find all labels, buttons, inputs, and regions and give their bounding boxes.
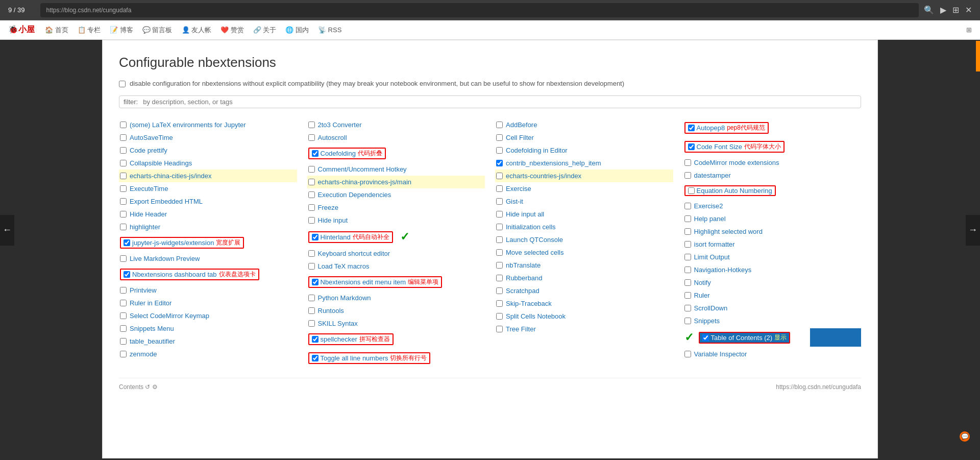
- ext-code-font-size[interactable]: Code Font Size 代码字体大小: [683, 138, 862, 155]
- ext-2to3[interactable]: 2to3 Converter: [307, 118, 485, 131]
- toc2-highlight: Table of Contents (2) 显示: [699, 332, 791, 344]
- ext-printview[interactable]: Printview: [119, 284, 297, 297]
- ext-cell-filter[interactable]: Cell Filter: [495, 131, 673, 144]
- ext-init-cells[interactable]: Initialization cells: [495, 221, 673, 233]
- ext-move-cells[interactable]: Move selected cells: [495, 246, 673, 259]
- ext-hide-header[interactable]: Hide Header: [119, 208, 297, 221]
- ext-hide-input[interactable]: Hide input: [307, 214, 485, 227]
- ext-echarts-countries[interactable]: echarts-countries-js/index: [495, 170, 673, 182]
- ext-notify[interactable]: Notify: [683, 276, 862, 289]
- ext-exercise2[interactable]: Exercise2: [683, 200, 862, 212]
- toc2-checkmark: ✓: [684, 331, 694, 344]
- ext-comment-hotkey[interactable]: Comment/Uncomment Hotkey: [307, 163, 485, 176]
- ext-nbtranslate[interactable]: nbTranslate: [495, 259, 673, 272]
- code-font-size-highlight: Code Font Size 代码字体大小: [684, 141, 785, 153]
- ext-code-prettify[interactable]: Code prettify: [119, 144, 297, 157]
- url-bar[interactable]: https://blog.csdn.net/cungudafa: [40, 3, 919, 17]
- filter-row[interactable]: filter:: [119, 95, 861, 108]
- contents-label[interactable]: Contents ↺ ⚙: [119, 383, 158, 391]
- top-nav-icon1[interactable]: ⊞: [966, 26, 972, 34]
- ext-addbefore[interactable]: AddBefore: [495, 118, 673, 131]
- ext-exercise[interactable]: Exercise: [495, 182, 673, 195]
- ext-echarts-cities[interactable]: echarts-china-cities-js/index: [119, 170, 297, 182]
- ext-runtools[interactable]: Runtools: [307, 304, 485, 317]
- ext-toc2[interactable]: ✓ Table of Contents (2) 显示: [683, 328, 862, 347]
- ext-echarts-provinces[interactable]: echarts-china-provinces-js/main: [307, 176, 485, 188]
- filter-input[interactable]: [143, 98, 856, 106]
- hinterland-suffix: 代码自动补全: [353, 233, 389, 241]
- ext-export-html[interactable]: Export Embedded HTML: [119, 195, 297, 208]
- ext-python-markdown[interactable]: Python Markdown: [307, 292, 485, 304]
- ext-variable-inspector[interactable]: Variable Inspector: [683, 348, 862, 360]
- url-text: https://blog.csdn.net/cungudafa: [46, 7, 132, 14]
- nav-domestic[interactable]: 🌐 国内: [285, 26, 309, 35]
- ext-limit-output[interactable]: Limit Output: [683, 251, 862, 263]
- ext-live-markdown[interactable]: Live Markdown Preview: [119, 252, 297, 265]
- ext-skill-syntax[interactable]: SKILL Syntax: [307, 317, 485, 330]
- ext-tree-filter[interactable]: Tree Filter: [495, 323, 673, 335]
- ext-highlight-word[interactable]: Highlight selected word: [683, 225, 862, 238]
- nav-about[interactable]: 🔗 关于: [253, 26, 277, 35]
- ext-codefolding-editor[interactable]: Codefolding in Editor: [495, 144, 673, 157]
- grid-icon[interactable]: ⊞: [952, 5, 959, 15]
- ext-spellchecker[interactable]: spellchecker 拼写检查器: [307, 331, 485, 348]
- ext-scrolldown[interactable]: ScrollDown: [683, 302, 862, 314]
- ext-snippets-menu[interactable]: Snippets Menu: [119, 322, 297, 335]
- ext-split-cells[interactable]: Split Cells Notebook: [495, 310, 673, 323]
- ext-rubberband[interactable]: Rubberband: [495, 272, 673, 284]
- ext-jupyter-widgets[interactable]: jupyter-js-widgets/extension 宽度扩展: [119, 234, 297, 251]
- ext-freeze[interactable]: Freeze: [307, 201, 485, 214]
- ext-isort[interactable]: isort formatter: [683, 238, 862, 251]
- ext-some-latex[interactable]: (some) LaTeX environments for Jupyter: [119, 118, 297, 131]
- ext-select-codemirror[interactable]: Select CodeMirror Keymap: [119, 309, 297, 322]
- col3: AddBefore Cell Filter Codefolding in Edi…: [495, 118, 673, 368]
- nav-home[interactable]: 🏠 首页: [45, 26, 68, 35]
- ext-nav-hotkeys[interactable]: Navigation-Hotkeys: [683, 263, 862, 276]
- ext-codemirror-mode[interactable]: CodeMirror mode extensions: [683, 156, 862, 169]
- search-icon[interactable]: 🔍: [924, 5, 934, 15]
- ext-ruler[interactable]: Ruler: [683, 289, 862, 302]
- ext-launch-qtconsole[interactable]: Launch QTConsole: [495, 233, 673, 246]
- status-dot[interactable]: 💬: [960, 431, 970, 442]
- ext-help-panel[interactable]: Help panel: [683, 212, 862, 225]
- nbext-dashboard-highlight: Nbextensions dashboard tab 仪表盘选项卡: [120, 269, 259, 280]
- ext-autopep8[interactable]: Autopep8 pep8代码规范: [683, 119, 862, 136]
- ext-highlighter[interactable]: highlighter: [119, 221, 297, 233]
- nav-blog[interactable]: 📝 博客: [110, 26, 133, 35]
- ext-collapsible-headings[interactable]: Collapsible Headings: [119, 157, 297, 170]
- next-arrow[interactable]: →: [966, 215, 980, 246]
- nav-column[interactable]: 📋 专栏: [78, 26, 101, 35]
- ext-codefolding[interactable]: Codefolding 代码折叠: [307, 145, 485, 162]
- ext-datestamper[interactable]: datestamper: [683, 169, 862, 182]
- ext-toggle-line-numbers[interactable]: Toggle all line numbers 切换所有行号: [307, 350, 485, 367]
- toggle-line-numbers-suffix: 切换所有行号: [390, 354, 427, 362]
- ext-exec-deps[interactable]: Execution Dependencies: [307, 188, 485, 201]
- ext-executetime[interactable]: ExecuteTime: [119, 182, 297, 195]
- ext-zenmode[interactable]: zenmode: [119, 348, 297, 360]
- ext-scratchpad[interactable]: Scratchpad: [495, 284, 673, 297]
- nav-reward[interactable]: ❤️ 赞赏: [220, 26, 244, 35]
- ext-hinterland[interactable]: Hinterland 代码自动补全 ✓: [307, 228, 485, 246]
- nav-rss[interactable]: 📡 RSS: [318, 26, 341, 34]
- close-icon[interactable]: ✕: [965, 5, 972, 15]
- compat-checkbox[interactable]: [119, 81, 126, 87]
- ext-contrib-help[interactable]: contrib_nbextensions_help_item: [495, 157, 673, 170]
- orange-bar: [976, 41, 980, 71]
- nav-friend[interactable]: 👤 友人帐: [182, 26, 212, 35]
- ext-snippets[interactable]: Snippets: [683, 314, 862, 327]
- ext-hide-input-all[interactable]: Hide input all: [495, 208, 673, 221]
- ext-equation-auto[interactable]: Equation Auto Numbering: [683, 183, 862, 199]
- ext-load-tex[interactable]: Load TeX macros: [307, 260, 485, 273]
- ext-autoscroll[interactable]: Autoscroll: [307, 131, 485, 144]
- ext-ruler-in-editor[interactable]: Ruler in Editor: [119, 297, 297, 309]
- ext-table-beautifier[interactable]: table_beautifier: [119, 335, 297, 348]
- ext-autosavetime[interactable]: AutoSaveTime: [119, 131, 297, 144]
- ext-nbext-dashboard[interactable]: Nbextensions dashboard tab 仪表盘选项卡: [119, 266, 297, 283]
- ext-gist-it[interactable]: Gist-it: [495, 195, 673, 208]
- ext-keyboard-shortcut[interactable]: Keyboard shortcut editor: [307, 247, 485, 260]
- prev-arrow[interactable]: ←: [0, 215, 14, 246]
- play-icon[interactable]: ▶: [940, 5, 946, 15]
- ext-skip-traceback[interactable]: Skip-Traceback: [495, 297, 673, 310]
- ext-nbext-menu[interactable]: Nbextensions edit menu item 编辑菜单项: [307, 274, 485, 290]
- nav-message[interactable]: 💬 留言板: [142, 26, 173, 35]
